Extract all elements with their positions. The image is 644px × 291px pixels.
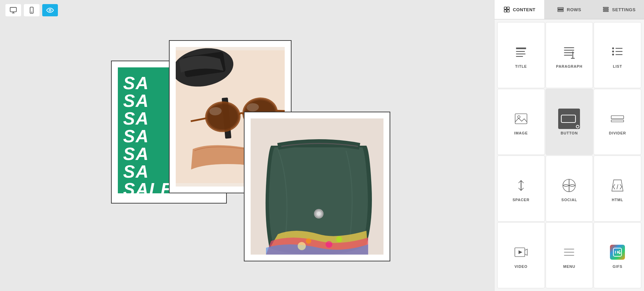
svg-point-58 [518, 116, 520, 118]
svg-line-65 [617, 184, 618, 189]
svg-rect-57 [515, 114, 527, 124]
divider-icon [609, 111, 626, 127]
svg-marker-67 [518, 250, 522, 254]
rows-tab-label: ROWS [567, 7, 581, 12]
svg-rect-29 [507, 7, 509, 10]
video-item-label: VIDEO [515, 264, 528, 269]
preview-button[interactable] [42, 4, 58, 16]
svg-rect-60 [611, 116, 624, 119]
tab-content[interactable]: CONTENT [494, 0, 544, 19]
svg-rect-61 [611, 120, 624, 122]
list-icon [609, 44, 626, 60]
svg-rect-28 [504, 7, 506, 10]
svg-rect-37 [603, 11, 609, 12]
svg-rect-30 [504, 10, 506, 12]
spacer-item-label: SPACER [513, 198, 530, 202]
content-item-html[interactable]: HTML [594, 156, 641, 222]
content-item-button[interactable]: BUTTON [546, 89, 593, 155]
menu-icon [561, 244, 577, 260]
title-item-label: TITLE [515, 64, 527, 68]
menu-item-label: MENU [563, 264, 576, 269]
video-icon [513, 244, 529, 260]
svg-rect-59 [562, 115, 576, 123]
svg-point-5 [49, 9, 51, 11]
settings-tab-label: SETTINGS [612, 7, 635, 12]
image-icon [513, 111, 529, 127]
rows-tab-icon [557, 6, 564, 13]
content-tab-icon [503, 6, 510, 13]
content-item-title[interactable]: TITLE [497, 22, 545, 88]
html-item-label: HTML [612, 198, 623, 202]
right-panel: CONTENT ROWS SETTINGS [494, 0, 644, 291]
list-item-label: LIST [613, 64, 622, 68]
html-icon [609, 177, 626, 194]
svg-point-26 [326, 241, 332, 248]
mobile-view-button[interactable] [24, 4, 40, 16]
content-item-gifs[interactable]: GIFS [594, 222, 641, 288]
content-item-image[interactable]: IMAGE [497, 89, 545, 155]
button-item-label: BUTTON [561, 131, 578, 135]
spacer-icon [513, 177, 529, 194]
svg-rect-32 [558, 7, 564, 9]
content-item-paragraph[interactable]: PARAGRAPH [546, 22, 593, 88]
paragraph-icon [561, 44, 577, 60]
collage-container: SASASASASASASALE [101, 33, 394, 278]
content-item-divider[interactable]: DIVIDER [594, 89, 641, 155]
title-icon [513, 44, 529, 60]
desktop-view-button[interactable] [5, 4, 21, 16]
svg-point-54 [612, 47, 614, 49]
svg-rect-35 [603, 7, 609, 8]
content-item-menu[interactable]: MENU [546, 222, 593, 288]
svg-point-56 [612, 54, 614, 56]
content-grid: TITLE PARAGRAPH [494, 19, 644, 291]
svg-point-24 [298, 242, 306, 250]
paragraph-item-label: PARAGRAPH [556, 64, 582, 68]
tab-bar: CONTENT ROWS SETTINGS [494, 0, 644, 19]
svg-point-27 [336, 236, 342, 242]
tab-settings[interactable]: SETTINGS [594, 0, 644, 19]
tab-rows[interactable]: ROWS [544, 0, 594, 19]
svg-point-55 [612, 50, 614, 52]
canvas-area: SASASASASASASALE [0, 0, 494, 291]
social-item-label: SOCIAL [561, 198, 577, 202]
svg-rect-33 [558, 9, 564, 10]
svg-rect-36 [603, 9, 609, 10]
photo-frame-bag [244, 112, 390, 261]
svg-rect-34 [558, 11, 564, 12]
content-item-list[interactable]: LIST [594, 22, 641, 88]
content-item-spacer[interactable]: SPACER [497, 156, 545, 222]
content-item-social[interactable]: SOCIAL [546, 156, 593, 222]
content-tab-label: CONTENT [513, 7, 535, 12]
content-item-video[interactable]: VIDEO [497, 222, 545, 288]
image-item-label: IMAGE [514, 131, 528, 135]
gifs-item-label: GIFS [613, 264, 623, 269]
social-icon [561, 177, 577, 194]
svg-point-25 [306, 238, 311, 244]
svg-rect-0 [10, 7, 16, 12]
divider-item-label: DIVIDER [609, 131, 626, 135]
settings-tab-icon [602, 6, 609, 13]
top-toolbar [0, 0, 63, 20]
button-icon [561, 111, 577, 127]
gifs-icon [609, 244, 626, 260]
svg-point-23 [317, 212, 321, 216]
svg-rect-31 [507, 10, 509, 12]
